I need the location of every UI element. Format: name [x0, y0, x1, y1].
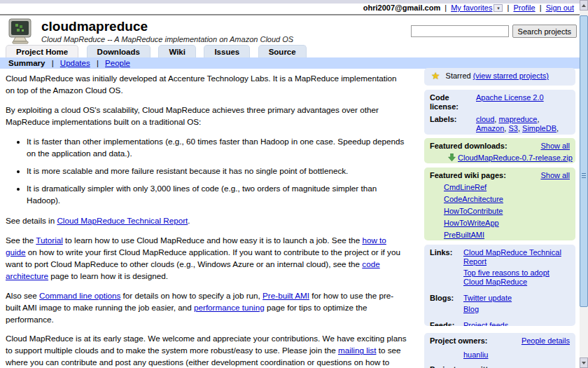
starred-box: ★ Starred (view starred projects): [424, 68, 575, 86]
project-meta-box: Code license: Apache License 2.0 Labels:…: [424, 90, 575, 135]
inline-link[interactable]: Pre-built AMI: [262, 291, 309, 300]
inline-link[interactable]: performance tuning: [194, 303, 265, 312]
show-all-downloads-link[interactable]: Show all: [540, 142, 570, 151]
people-details-link[interactable]: People details: [522, 336, 570, 346]
star-icon[interactable]: ★: [431, 71, 440, 81]
featured-downloads-box: Show all Featured downloads: CloudMapRed…: [424, 138, 575, 163]
tab-source[interactable]: Source: [258, 45, 307, 57]
inline-link[interactable]: mailing list: [338, 346, 377, 355]
blogs-list: Twitter updateBlog: [463, 294, 570, 316]
resources-box: Links: Cloud MapReduce Technical ReportT…: [424, 245, 575, 326]
sidebar-link[interactable]: Project feeds: [463, 321, 508, 326]
project-tagline: Cloud MapReduce -- A MapReduce implement…: [41, 35, 293, 43]
scrollbar-grip: [582, 173, 586, 179]
subnav-updates-link[interactable]: Updates: [60, 59, 90, 67]
my-favorites-link[interactable]: My favorites: [451, 4, 492, 12]
inline-link[interactable]: S3: [508, 124, 517, 132]
project-summary-content: Cloud MapReduce was initially developed …: [6, 73, 407, 368]
featured-download-link[interactable]: CloudMapReduce-0.7-release.zip: [458, 154, 573, 162]
inline-link[interactable]: Tutorial: [36, 236, 63, 245]
code-license-label: Code license:: [430, 93, 476, 111]
inline-link[interactable]: Command line options: [39, 291, 120, 300]
search-projects-button[interactable]: Search projects: [512, 25, 577, 38]
featured-wiki-title: Featured wiki pages:: [430, 171, 506, 179]
sidebar-link[interactable]: Twitter update: [463, 294, 512, 302]
license-link[interactable]: Apache License 2.0: [476, 93, 544, 102]
separator: |: [540, 4, 542, 12]
sidebar-link[interactable]: HowToWriteApp: [444, 219, 499, 227]
featured-wiki-box: Show all Featured wiki pages: CmdLineRef…: [424, 168, 575, 240]
scroll-down-button[interactable]: [580, 357, 588, 368]
page-title: cloudmapreduce: [41, 20, 293, 34]
labels-label: Labels:: [430, 115, 476, 135]
bullet-item: It is faster than other implementations …: [27, 136, 407, 160]
inline-link[interactable]: Java: [496, 133, 512, 135]
profile-link[interactable]: Profile: [513, 4, 535, 12]
project-committers-label: Project committers:: [430, 365, 570, 368]
project-header: cloudmapreduce Cloud MapReduce -- A MapR…: [7, 18, 293, 45]
inline-link[interactable]: SQS: [476, 133, 492, 135]
featured-wiki-list: CmdLineRefCodeArchitectureHowToContribut…: [430, 183, 570, 240]
chevron-down-icon[interactable]: ▾: [493, 4, 503, 12]
search-area: Search projects: [411, 25, 577, 38]
tab-wiki[interactable]: Wiki: [158, 45, 196, 57]
inline-link[interactable]: EC2: [517, 133, 532, 135]
details-paragraph: See details in Cloud MapReduce Technical…: [6, 215, 407, 227]
project-logo-icon: [7, 18, 35, 45]
sidebar-link[interactable]: Blog: [463, 305, 479, 313]
tab-project-home[interactable]: Project Home: [6, 45, 78, 57]
inline-link[interactable]: hadoop: [536, 133, 562, 135]
download-icon: [448, 154, 456, 162]
inline-link[interactable]: cloud: [476, 115, 494, 123]
project-owners-label: Project owners:: [430, 336, 488, 346]
inline-link[interactable]: Cloud MapReduce Technical Report: [57, 216, 188, 225]
also-see-paragraph: Also see Command line options for detail…: [6, 290, 407, 326]
blogs-label: Blogs:: [430, 294, 463, 316]
owner-link[interactable]: huanliu: [463, 350, 488, 359]
links-label: Links:: [430, 248, 463, 289]
inline-link[interactable]: SimpleDB: [522, 124, 556, 132]
arrow-up-icon: [582, 4, 586, 7]
show-all-wiki-link[interactable]: Show all: [540, 171, 570, 180]
early-stage-paragraph: Cloud MapReduce is at its early stage. W…: [6, 333, 407, 368]
subnav-people-link[interactable]: People: [105, 59, 130, 67]
starred-text: Starred (view starred projects): [446, 71, 549, 81]
sidebar-link[interactable]: Top five reasons to adopt Cloud MapReduc…: [463, 268, 550, 286]
bullet-item: It is more scalable and more failure res…: [27, 165, 407, 177]
sign-out-link[interactable]: Sign out: [546, 4, 574, 12]
featured-downloads-title: Featured downloads:: [430, 142, 507, 150]
tab-downloads[interactable]: Downloads: [87, 45, 150, 57]
label-links: cloud, mapreduce, Amazon, S3, SimpleDB, …: [476, 115, 570, 135]
separator: |: [52, 59, 54, 67]
sidebar-link[interactable]: CodeArchitecture: [444, 195, 503, 203]
people-box: Project owners: People details huanliu P…: [424, 333, 575, 368]
inline-link[interactable]: (view starred projects): [473, 71, 549, 80]
separator: |: [97, 59, 99, 67]
sidebar-link[interactable]: CmdLineRef: [444, 183, 486, 191]
feeds-list: Project feeds: [463, 321, 570, 326]
subnav-bar: Summary | Updates | People: [0, 57, 588, 69]
separator: |: [507, 4, 510, 12]
search-input[interactable]: [411, 25, 509, 37]
arrow-down-icon: [582, 362, 586, 364]
subnav-summary[interactable]: Summary: [8, 59, 45, 67]
vertical-scrollbar[interactable]: [580, 0, 588, 368]
tutorial-paragraph: See the Tutorial to learn how to use Clo…: [6, 235, 407, 282]
sidebar-link[interactable]: Cloud MapReduce Technical Report: [463, 248, 561, 266]
inline-link[interactable]: Amazon: [476, 124, 504, 132]
header-divider: [0, 14, 588, 15]
account-bar: ohri2007@gmail.com | My favorites▾ | Pro…: [0, 4, 580, 14]
bullet-item: It is dramatically simpler with only 3,0…: [27, 183, 407, 207]
links-list: Cloud MapReduce Technical ReportTop five…: [463, 248, 570, 289]
sidebar-link[interactable]: PreBuiltAMI: [444, 231, 484, 239]
separator: |: [444, 4, 447, 12]
feeds-label: Feeds:: [430, 321, 463, 326]
scrollbar-thumb[interactable]: [580, 15, 588, 307]
advantages-paragraph: By exploiting a cloud OS's scalability, …: [6, 104, 407, 128]
inline-link[interactable]: mapreduce: [498, 115, 537, 123]
tab-bar: Project Home Downloads Wiki Issues Sourc…: [6, 45, 312, 57]
sidebar-link[interactable]: HowToContribute: [444, 207, 503, 215]
account-email: ohri2007@gmail.com: [363, 4, 440, 12]
tab-issues[interactable]: Issues: [204, 45, 250, 57]
scroll-up-button[interactable]: [580, 0, 588, 11]
